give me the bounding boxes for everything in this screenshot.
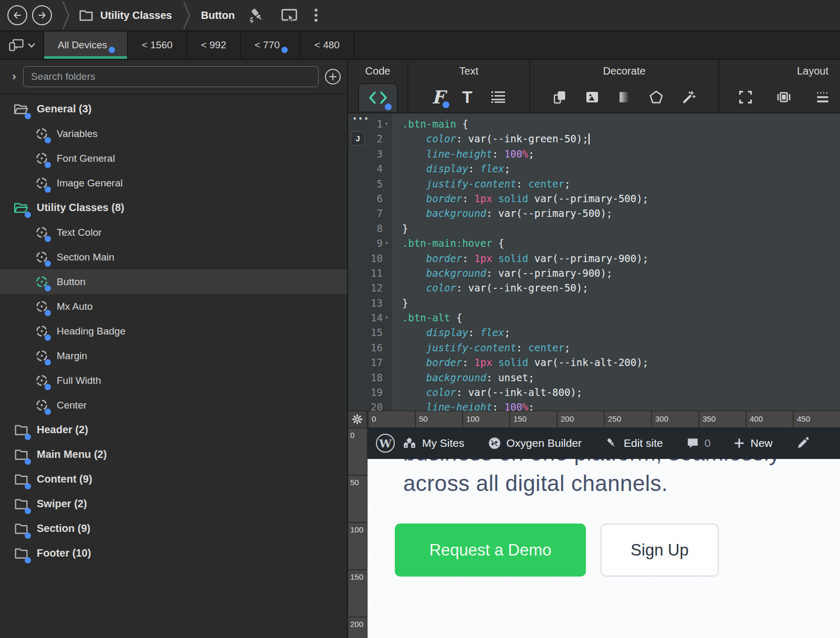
devices-menu-button[interactable] <box>0 32 44 59</box>
sign-up-button[interactable]: Sign Up <box>601 524 719 577</box>
code-line-2[interactable]: 2 color: var(--ink-green-50); <box>348 131 840 146</box>
folder-footer-10[interactable]: Footer (10) <box>0 541 347 566</box>
code-line-11[interactable]: 11 background: var(--primary-900); <box>348 266 840 280</box>
fold-toggle-icon[interactable]: ▾ <box>385 310 388 325</box>
comments-menu[interactable]: 0 <box>686 437 711 450</box>
class-item-center[interactable]: Center <box>0 393 347 417</box>
class-item-full-width[interactable]: Full Width <box>0 368 347 393</box>
class-item-variables[interactable]: Variables <box>0 121 347 146</box>
typography-icon[interactable]: T <box>462 89 472 106</box>
code-line-9[interactable]: 9▾.btn-main:hover { <box>348 236 840 250</box>
oxygen-builder-menu[interactable]: Oxygen Builder <box>488 436 582 450</box>
tree-label: General (3) <box>37 103 91 115</box>
request-demo-button[interactable]: Request a Demo <box>395 524 586 577</box>
device-tab-480[interactable]: < 480 <box>301 32 354 59</box>
forward-button[interactable] <box>32 5 52 25</box>
image-icon[interactable] <box>585 90 600 104</box>
breadcrumb-item[interactable]: Button <box>201 9 235 22</box>
copy-styles-brush-button[interactable] <box>248 6 266 24</box>
rows-icon[interactable] <box>815 90 831 104</box>
code-line-10[interactable]: 10 border: 1px solid var(--primary-900); <box>348 251 840 266</box>
columns-icon[interactable] <box>776 90 792 104</box>
select-cursor-icon <box>280 6 299 25</box>
code-line-17[interactable]: 17 border: 1px solid var(--ink-alt-200); <box>348 355 840 370</box>
code-line-content: .btn-main { <box>402 117 468 131</box>
class-item-margin[interactable]: Margin <box>0 343 347 368</box>
add-folder-button[interactable] <box>325 69 341 85</box>
code-line-16[interactable]: 16 justify-content: center; <box>348 340 840 355</box>
comment-bubble-icon <box>686 437 699 450</box>
code-line-3[interactable]: 3 line-height: 100%; <box>348 147 840 161</box>
notification-dot <box>25 113 31 119</box>
class-item-image-general[interactable]: Image General <box>0 171 347 195</box>
wordpress-logo-icon[interactable]: W <box>376 434 395 453</box>
new-content-menu[interactable]: New <box>733 437 772 449</box>
layers-icon[interactable] <box>552 90 567 104</box>
device-tab-all-devices[interactable]: All Devices <box>44 32 128 59</box>
search-folders-input[interactable] <box>23 66 319 87</box>
code-line-8[interactable]: 8} <box>348 221 840 236</box>
folder-swiper-2[interactable]: Swiper (2) <box>0 491 347 516</box>
code-line-15[interactable]: 15 display: flex; <box>348 325 840 340</box>
my-sites-menu[interactable]: My Sites <box>402 436 465 450</box>
devices-icon <box>8 38 25 53</box>
fold-toggle-icon[interactable]: ▾ <box>385 117 388 131</box>
code-line-4[interactable]: 4 display: flex; <box>348 161 840 176</box>
folder-main-menu-2[interactable]: Main Menu (2) <box>0 442 347 467</box>
device-tab-770[interactable]: < 770 <box>241 32 301 59</box>
tree-label: Section Main <box>57 252 114 263</box>
device-tab-label: < 770 <box>255 39 280 51</box>
code-line-6[interactable]: 6 border: 1px solid var(--primary-500); <box>348 191 840 206</box>
class-item-heading-badge[interactable]: Heading Badge <box>0 319 347 343</box>
code-line-1[interactable]: 1▾.btn-main { <box>348 117 840 131</box>
shape-icon[interactable] <box>649 90 664 104</box>
code-line-14[interactable]: 14▾.btn-alt { <box>348 310 840 325</box>
device-tab-992[interactable]: < 992 <box>187 32 241 59</box>
code-line-20[interactable]: 20 line-height: 100%; <box>348 400 840 411</box>
class-item-mx-auto[interactable]: Mx Auto <box>0 294 347 319</box>
tree-label: Center <box>57 400 87 411</box>
more-options-kebab-button[interactable] <box>309 7 323 23</box>
folder-header-2[interactable]: Header (2) <box>0 417 347 442</box>
code-line-13[interactable]: 13} <box>348 296 840 310</box>
fullscreen-icon[interactable] <box>738 90 753 104</box>
gradient-icon[interactable] <box>617 90 631 104</box>
breadcrumb-folder[interactable]: Utility Classes <box>78 7 172 23</box>
font-style-icon[interactable]: F <box>432 88 444 106</box>
class-item-button[interactable]: Button <box>0 269 347 294</box>
edit-site-menu[interactable]: Edit site <box>605 436 663 450</box>
code-line-18[interactable]: 18 background: unset; <box>348 370 840 385</box>
class-item-text-color[interactable]: Text Color <box>0 220 347 245</box>
magic-wand-icon[interactable] <box>681 90 696 104</box>
line-number: 9 <box>348 236 383 250</box>
class-item-font-general[interactable]: Font General <box>0 146 347 171</box>
class-item-section-main[interactable]: Section Main <box>0 245 347 269</box>
style-brush-icon <box>248 6 266 24</box>
code-line-5[interactable]: 5 justify-content: center; <box>348 176 840 191</box>
css-code-editor[interactable]: ••• J 1▾.btn-main {2 color: var(--ink-gr… <box>348 113 840 411</box>
code-line-12[interactable]: 12 color: var(--ink-green-50); <box>348 280 840 295</box>
fold-toggle-icon[interactable]: ▾ <box>385 236 388 250</box>
h-ruler-label: 0 <box>368 411 415 427</box>
ruler-settings-button[interactable] <box>348 411 368 427</box>
line-number: 5 <box>348 176 383 191</box>
notification-dot <box>45 186 51 193</box>
select-element-button[interactable] <box>280 6 299 25</box>
back-button[interactable] <box>7 5 27 25</box>
edit-page-menu[interactable] <box>796 436 810 450</box>
notification-dot <box>281 47 288 53</box>
tab-group-text: Text F T <box>408 60 530 112</box>
code-line-content: justify-content: center; <box>402 340 570 355</box>
folder-utility-classes-8[interactable]: Utility Classes (8) <box>0 195 347 220</box>
folder-section-9[interactable]: Section (9) <box>0 516 347 541</box>
device-tab-1560[interactable]: < 1560 <box>128 32 187 59</box>
code-line-content: border: 1px solid var(--primary-500); <box>402 191 648 206</box>
code-line-19[interactable]: 19 color: var(--ink-alt-800); <box>348 385 840 400</box>
folder-content-9[interactable]: Content (9) <box>0 467 347 491</box>
tab-code[interactable] <box>358 83 398 111</box>
sidebar-collapse-chevron[interactable]: › <box>5 70 23 83</box>
code-line-7[interactable]: 7 background: var(--primary-500); <box>348 206 840 221</box>
h-ruler-label: 50 <box>415 411 462 427</box>
text-list-icon[interactable] <box>490 90 506 104</box>
folder-general-3[interactable]: General (3) <box>0 97 347 121</box>
